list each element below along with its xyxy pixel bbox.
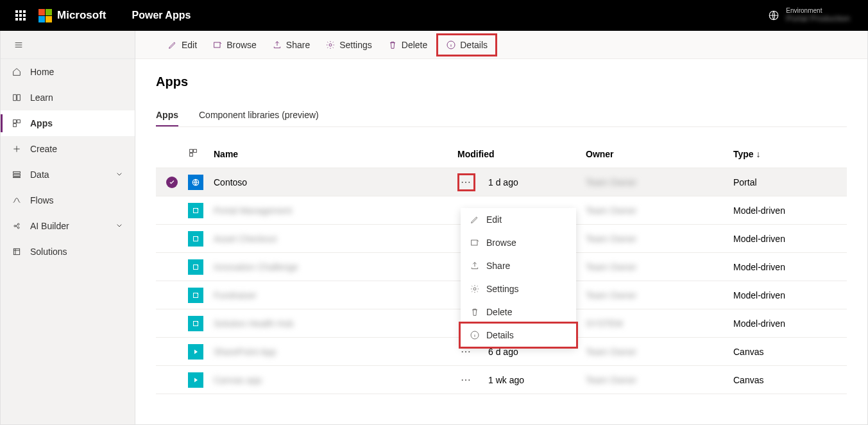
trash-icon xyxy=(470,307,480,317)
cmd-browse[interactable]: Browse xyxy=(206,36,263,54)
cmd-label: Delete xyxy=(402,40,427,50)
apps-header-icon xyxy=(188,148,198,158)
app-name-cell[interactable]: SharePoint App xyxy=(214,347,457,357)
app-type-icon xyxy=(188,344,203,360)
app-name-cell[interactable]: Innovation Challenge xyxy=(214,262,457,272)
app-name-cell[interactable]: Contoso xyxy=(214,177,457,187)
app-name-cell[interactable]: Portal Management xyxy=(214,205,457,216)
type-cell: Canvas xyxy=(733,347,836,357)
sidebar-item-ai-builder[interactable]: AI Builder xyxy=(1,213,135,239)
hamburger-icon xyxy=(13,40,24,50)
table-header-row: Name Modified Owner Type ↓ xyxy=(156,140,847,168)
app-type-icon xyxy=(188,231,203,247)
app-type-icon xyxy=(188,175,203,190)
table-row[interactable]: Canvas app⋯1 wk agoTeam OwnerCanvas xyxy=(156,366,847,394)
ctx-edit[interactable]: Edit xyxy=(461,208,576,231)
gear-icon xyxy=(325,40,336,50)
cmd-label: Share xyxy=(286,40,310,50)
sidebar-item-create[interactable]: Create xyxy=(1,136,135,162)
top-header: Microsoft Power Apps Environment Portal … xyxy=(0,0,868,31)
app-name-cell[interactable]: Canvas app xyxy=(214,375,457,385)
ctx-details[interactable]: Details xyxy=(461,324,576,347)
tab-component-libraries[interactable]: Component libraries (preview) xyxy=(199,105,319,126)
share-icon xyxy=(272,40,282,50)
chevron-down-icon xyxy=(114,220,124,230)
sidebar-item-flows[interactable]: Flows xyxy=(1,187,135,213)
ctx-share[interactable]: Share xyxy=(461,254,576,277)
sidebar-item-apps[interactable]: Apps xyxy=(1,110,135,136)
sidebar-item-data[interactable]: Data xyxy=(1,162,135,187)
microsoft-logo[interactable]: Microsoft xyxy=(38,9,106,22)
row-more-button[interactable]: ⋯ xyxy=(457,371,475,389)
product-name[interactable]: Power Apps xyxy=(132,10,191,21)
ctx-browse[interactable]: Browse xyxy=(461,231,576,254)
app-name-cell[interactable]: Fundraiser xyxy=(214,290,457,300)
pencil-icon xyxy=(167,40,178,50)
page-title: Apps xyxy=(156,74,847,89)
ctx-label: Delete xyxy=(486,307,512,317)
app-name-cell[interactable]: Solution Health Hub xyxy=(214,318,457,329)
table-row[interactable]: Contoso⋯1 d agoTeam OwnerPortal xyxy=(156,168,847,196)
svg-point-8 xyxy=(17,223,19,225)
type-cell: Model-driven xyxy=(733,234,836,244)
tab-apps[interactable]: Apps xyxy=(156,105,178,126)
cmd-label: Edit xyxy=(182,40,197,50)
cmd-settings[interactable]: Settings xyxy=(319,36,379,54)
sidebar-item-home[interactable]: Home xyxy=(1,59,135,85)
data-icon xyxy=(12,169,22,180)
ctx-label: Details xyxy=(486,330,514,340)
book-icon xyxy=(12,92,22,103)
chevron-down-icon xyxy=(114,169,124,179)
owner-cell: Team Owner xyxy=(586,234,733,244)
command-bar: Edit Browse Share Settings Delete xyxy=(135,31,867,59)
app-type-icon xyxy=(188,288,203,303)
sidebar-item-learn[interactable]: Learn xyxy=(1,85,135,110)
sidebar-item-label: Solutions xyxy=(30,247,67,257)
svg-rect-6 xyxy=(13,177,21,177)
ctx-label: Share xyxy=(486,261,510,271)
row-more-button[interactable]: ⋯ xyxy=(457,173,475,191)
svg-point-7 xyxy=(14,225,16,227)
ctx-settings[interactable]: Settings xyxy=(461,277,576,300)
type-cell: Portal xyxy=(733,177,836,187)
col-owner-header[interactable]: Owner xyxy=(586,149,733,159)
app-name-cell[interactable]: Asset Checkout xyxy=(214,234,457,244)
col-modified-header[interactable]: Modified xyxy=(457,149,586,159)
cmd-label: Details xyxy=(460,40,488,50)
sidebar-item-label: Home xyxy=(30,67,54,77)
info-icon xyxy=(446,40,456,50)
microsoft-logo-icon xyxy=(38,9,52,22)
sidebar-item-label: Apps xyxy=(30,118,53,128)
svg-rect-3 xyxy=(13,124,17,127)
environment-picker[interactable]: Environment Portal Production xyxy=(768,7,863,23)
ctx-details-highlight: Details xyxy=(459,322,578,349)
col-name-header[interactable]: Name xyxy=(214,149,457,159)
svg-rect-2 xyxy=(17,120,21,123)
globe-icon xyxy=(768,10,779,21)
sidebar-item-label: Flows xyxy=(30,195,54,205)
details-highlight: Details xyxy=(436,33,497,56)
cmd-delete[interactable]: Delete xyxy=(381,36,434,54)
col-type-header[interactable]: Type ↓ xyxy=(733,149,836,159)
sidebar-toggle[interactable] xyxy=(1,31,135,59)
app-type-icon xyxy=(188,203,203,218)
browse-icon xyxy=(470,238,480,248)
svg-rect-10 xyxy=(13,248,19,254)
ctx-delete[interactable]: Delete xyxy=(461,300,576,324)
cmd-share[interactable]: Share xyxy=(266,36,316,54)
owner-cell: Team Owner xyxy=(586,262,733,272)
svg-rect-14 xyxy=(190,150,193,153)
svg-rect-1 xyxy=(13,120,17,123)
cmd-edit[interactable]: Edit xyxy=(161,36,203,54)
svg-rect-23 xyxy=(472,240,477,245)
home-icon xyxy=(12,67,22,77)
share-icon xyxy=(470,261,480,271)
sidebar-item-label: Data xyxy=(30,169,49,180)
row-selected-check-icon xyxy=(166,177,178,188)
owner-cell: Team Owner xyxy=(586,290,733,300)
app-launcher-button[interactable] xyxy=(5,0,36,31)
sidebar-item-label: AI Builder xyxy=(30,221,69,231)
cmd-details[interactable]: Details xyxy=(439,36,494,54)
cmd-label: Settings xyxy=(339,40,372,50)
sidebar-item-solutions[interactable]: Solutions xyxy=(1,239,135,265)
